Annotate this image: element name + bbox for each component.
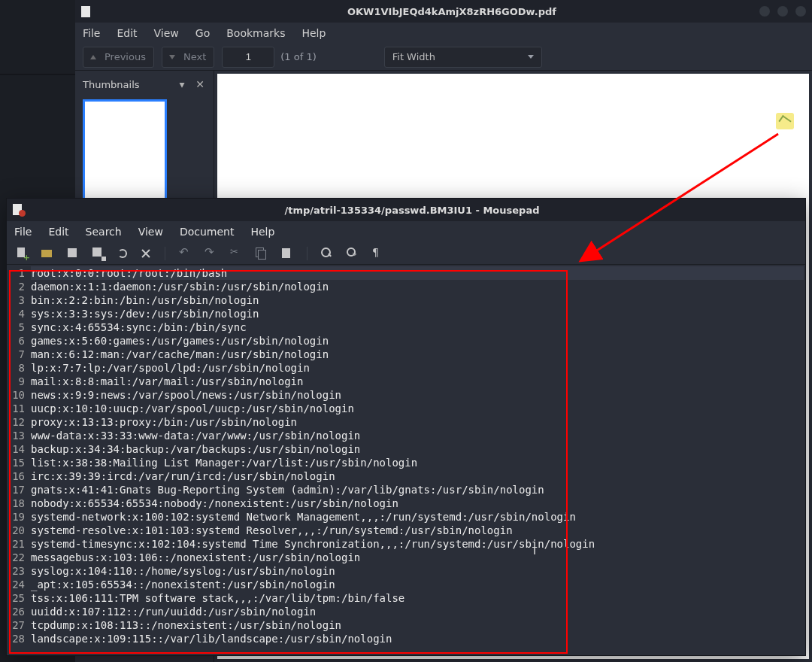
editor-menu-edit[interactable]: Edit: [48, 226, 68, 238]
code-line[interactable]: uuidd:x:107:112::/run/uuidd:/usr/sbin/no…: [31, 605, 804, 618]
arrow-down-icon: [167, 52, 177, 62]
find-icon[interactable]: [321, 247, 333, 260]
pdf-title: OKW1VIbJEQd4kAmjX8zRH6GODw.pdf: [98, 6, 806, 17]
code-line[interactable]: root:x:0:0:root:/root:/bin/bash: [31, 266, 804, 280]
code-line[interactable]: irc:x:39:39:ircd:/var/run/ircd:/usr/sbin…: [31, 469, 804, 483]
line-number: 2: [8, 280, 25, 293]
code-line[interactable]: landscape:x:109:115::/var/lib/landscape:…: [31, 632, 804, 645]
annotation-note-icon[interactable]: [776, 113, 794, 129]
code-line[interactable]: sync:x:4:65534:sync:/bin:/bin/sync: [31, 320, 804, 334]
line-number: 4: [8, 307, 25, 320]
cut-icon[interactable]: [230, 247, 242, 260]
code-line[interactable]: tcpdump:x:108:113::/nonexistent:/usr/sbi…: [31, 618, 804, 632]
line-number: 8: [8, 361, 25, 375]
editor-menu-help[interactable]: Help: [250, 226, 274, 238]
line-number: 22: [8, 551, 25, 564]
next-label: Next: [180, 51, 209, 62]
window-minimize-button[interactable]: [759, 6, 770, 17]
editor-toolbar: [7, 242, 805, 265]
save-icon[interactable]: [67, 247, 79, 260]
toolbar-separator: [165, 247, 165, 260]
line-number: 24: [8, 578, 25, 591]
close-file-icon[interactable]: [141, 248, 151, 259]
editor-titlebar[interactable]: /tmp/atril-135334/passwd.BM3IU1 - Mousep…: [7, 199, 805, 221]
toolbar-separator: [307, 247, 308, 260]
editor-menu-search[interactable]: Search: [86, 226, 122, 238]
goto-line-icon[interactable]: [372, 247, 384, 260]
side-panel-close-icon[interactable]: ✕: [194, 78, 206, 90]
code-line[interactable]: tss:x:106:111:TPM software stack,,,:/var…: [31, 591, 804, 605]
code-line[interactable]: nobody:x:65534:65534:nobody:/nonexistent…: [31, 496, 804, 510]
code-line[interactable]: _apt:x:105:65534::/nonexistent:/usr/sbin…: [31, 578, 804, 591]
mousepad-window: /tmp/atril-135334/passwd.BM3IU1 - Mousep…: [6, 198, 806, 656]
bg-divider: [0, 74, 75, 75]
code-line[interactable]: mail:x:8:8:mail:/var/mail:/usr/sbin/nolo…: [31, 375, 804, 388]
line-number: 20: [8, 524, 25, 537]
thumbnail-page-1[interactable]: [83, 99, 167, 209]
code-line[interactable]: proxy:x:13:13:proxy:/bin:/usr/sbin/nolog…: [31, 415, 804, 429]
code-line[interactable]: syslog:x:104:110::/home/syslog:/usr/sbin…: [31, 564, 804, 578]
line-number: 28: [8, 632, 25, 645]
pdf-menu-view[interactable]: View: [154, 27, 179, 39]
line-number: 10: [8, 388, 25, 402]
editor-menu-file[interactable]: File: [14, 226, 32, 238]
editor-text-area[interactable]: 1234567891011121314151617181920212223242…: [7, 265, 805, 655]
new-file-icon[interactable]: [16, 247, 28, 260]
code-content[interactable]: root:x:0:0:root:/root:/bin/bashdaemon:x:…: [28, 265, 805, 655]
line-number: 12: [8, 415, 25, 429]
save-as-icon[interactable]: [92, 247, 105, 260]
zoom-value: Fit Width: [392, 51, 435, 62]
code-line[interactable]: gnats:x:41:41:Gnats Bug-Reporting System…: [31, 483, 804, 496]
copy-icon[interactable]: [256, 247, 268, 260]
undo-icon[interactable]: [179, 247, 191, 260]
find-replace-icon[interactable]: [347, 247, 359, 260]
code-line[interactable]: www-data:x:33:33:www-data:/var/www:/usr/…: [31, 429, 804, 442]
editor-menu-document[interactable]: Document: [180, 226, 235, 238]
document-icon: [81, 6, 90, 17]
line-number: 19: [8, 510, 25, 524]
pdf-menu-bookmarks[interactable]: Bookmarks: [226, 27, 285, 39]
line-number: 13: [8, 429, 25, 442]
code-line[interactable]: sys:x:3:3:sys:/dev:/usr/sbin/nologin: [31, 307, 804, 320]
prev-label: Previous: [102, 51, 149, 62]
pdf-menu-help[interactable]: Help: [301, 27, 326, 39]
page-number-input[interactable]: [222, 47, 274, 68]
code-line[interactable]: systemd-timesync:x:102:104:systemd Time …: [31, 537, 804, 551]
line-number: 16: [8, 469, 25, 483]
side-panel-menu-icon[interactable]: ▾: [176, 78, 188, 90]
code-line[interactable]: bin:x:2:2:bin:/bin:/usr/sbin/nologin: [31, 293, 804, 307]
pdf-menu-edit[interactable]: Edit: [117, 27, 137, 39]
line-number: 23: [8, 564, 25, 578]
pdf-titlebar[interactable]: OKW1VIbJEQd4kAmjX8zRH6GODw.pdf: [75, 0, 812, 23]
pdf-toolbar: Previous Next (1 of 1) Fit Width: [75, 44, 812, 71]
code-line[interactable]: list:x:38:38:Mailing List Manager:/var/l…: [31, 456, 804, 469]
window-maximize-button[interactable]: [777, 6, 788, 17]
next-page-button[interactable]: Next: [162, 47, 214, 68]
paste-icon[interactable]: [281, 247, 293, 260]
code-line[interactable]: systemd-resolve:x:101:103:systemd Resolv…: [31, 524, 804, 537]
code-line[interactable]: systemd-network:x:100:102:systemd Networ…: [31, 510, 804, 524]
pdf-menu-go[interactable]: Go: [195, 27, 210, 39]
code-line[interactable]: man:x:6:12:man:/var/cache/man:/usr/sbin/…: [31, 348, 804, 361]
chevron-down-icon: [528, 55, 534, 59]
window-close-button[interactable]: [795, 6, 806, 17]
code-line[interactable]: daemon:x:1:1:daemon:/usr/sbin:/usr/sbin/…: [31, 280, 804, 293]
line-number: 27: [8, 618, 25, 632]
line-number: 17: [8, 483, 25, 496]
reload-icon[interactable]: [118, 249, 127, 258]
zoom-select[interactable]: Fit Width: [384, 47, 542, 68]
line-number: 7: [8, 348, 25, 361]
pdf-menu-file[interactable]: File: [83, 27, 100, 39]
line-number: 18: [8, 496, 25, 510]
code-line[interactable]: lp:x:7:7:lp:/var/spool/lpd:/usr/sbin/nol…: [31, 361, 804, 375]
redo-icon[interactable]: [205, 247, 217, 260]
code-line[interactable]: uucp:x:10:10:uucp:/var/spool/uucp:/usr/s…: [31, 402, 804, 415]
prev-page-button[interactable]: Previous: [83, 47, 154, 68]
code-line[interactable]: news:x:9:9:news:/var/spool/news:/usr/sbi…: [31, 388, 804, 402]
code-line[interactable]: games:x:5:60:games:/usr/games:/usr/sbin/…: [31, 334, 804, 348]
code-line[interactable]: backup:x:34:34:backup:/var/backups:/usr/…: [31, 442, 804, 456]
editor-menu-view[interactable]: View: [138, 226, 163, 238]
code-line[interactable]: messagebus:x:103:106::/nonexistent:/usr/…: [31, 551, 804, 564]
open-file-icon[interactable]: [41, 247, 53, 260]
line-number: 1: [8, 266, 25, 280]
